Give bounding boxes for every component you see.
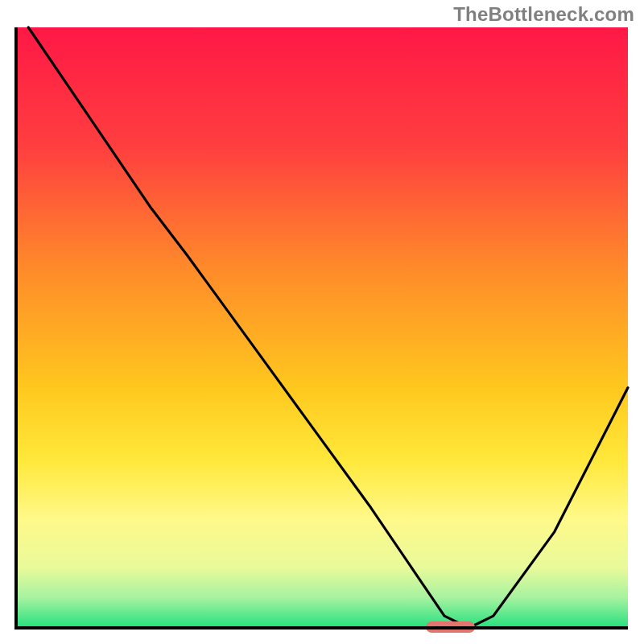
plot-background bbox=[16, 27, 628, 628]
chart-frame: TheBottleneck.com bbox=[0, 0, 644, 644]
bottleneck-chart bbox=[0, 0, 644, 644]
watermark-text: TheBottleneck.com bbox=[453, 3, 634, 26]
